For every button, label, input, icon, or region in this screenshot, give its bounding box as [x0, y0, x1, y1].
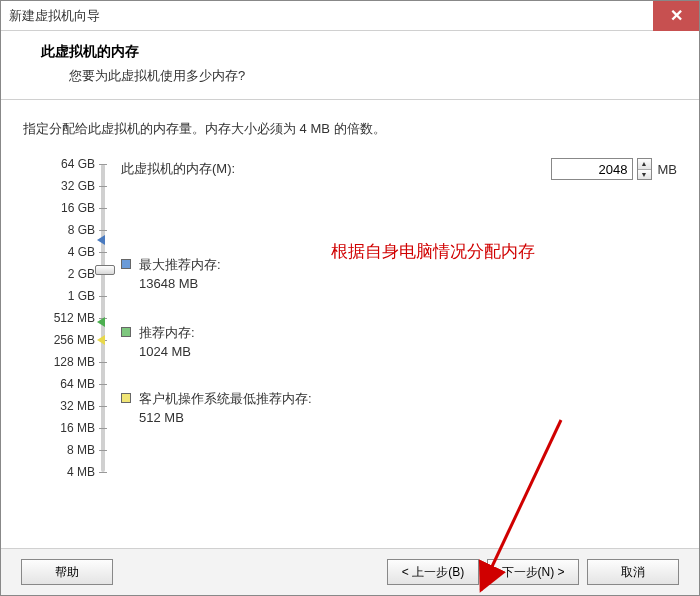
wizard-header: 此虚拟机的内存 您要为此虚拟机使用多少内存? — [1, 31, 699, 100]
memory-input-row: 此虚拟机的内存(M): ▲ ▼ MB — [121, 158, 677, 180]
content-area: 指定分配给此虚拟机的内存量。内存大小必须为 4 MB 的倍数。 64 GB32 … — [1, 100, 699, 548]
slider-tick — [99, 428, 107, 429]
spinner-down[interactable]: ▼ — [638, 170, 651, 180]
scale-label: 1 GB — [68, 289, 95, 303]
min-marker-pointer — [97, 332, 105, 345]
close-button[interactable]: ✕ — [653, 1, 699, 31]
scale-label: 64 GB — [61, 157, 95, 171]
back-button[interactable]: < 上一步(B) — [387, 559, 479, 585]
min-memory-label: 客户机操作系统最低推荐内存: — [139, 390, 312, 408]
rec-memory-label: 推荐内存: — [139, 324, 195, 342]
slider-tick — [99, 208, 107, 209]
memory-area: 64 GB32 GB16 GB8 GB4 GB2 GB1 GB512 MB256… — [23, 158, 677, 478]
page-subtitle: 您要为此虚拟机使用多少内存? — [41, 67, 675, 85]
slider-tick — [99, 186, 107, 187]
scale-label: 4 MB — [67, 465, 95, 479]
slider-tick — [99, 296, 107, 297]
max-marker-pointer — [97, 232, 105, 245]
annotation-text: 根据自身电脑情况分配内存 — [331, 240, 683, 263]
memory-input[interactable] — [551, 158, 633, 180]
spinner-up[interactable]: ▲ — [638, 159, 651, 170]
scale-label: 512 MB — [54, 311, 95, 325]
slider-tick — [99, 384, 107, 385]
page-title: 此虚拟机的内存 — [41, 43, 675, 61]
square-green-icon — [121, 327, 131, 337]
max-memory-marker: 最大推荐内存: 13648 MB — [121, 256, 221, 291]
slider-tick — [99, 406, 107, 407]
scale-label: 16 MB — [60, 421, 95, 435]
scale-label: 16 GB — [61, 201, 95, 215]
instruction-text: 指定分配给此虚拟机的内存量。内存大小必须为 4 MB 的倍数。 — [23, 120, 677, 138]
triangle-yellow-icon — [97, 335, 105, 345]
scale-label: 32 MB — [60, 399, 95, 413]
scale-label: 256 MB — [54, 333, 95, 347]
memory-spinner: ▲ ▼ — [637, 158, 652, 180]
square-yellow-icon — [121, 393, 131, 403]
scale-label: 8 MB — [67, 443, 95, 457]
min-memory-value: 512 MB — [139, 410, 312, 425]
scale-label: 32 GB — [61, 179, 95, 193]
wizard-window: 新建虚拟机向导 ✕ 此虚拟机的内存 您要为此虚拟机使用多少内存? 指定分配给此虚… — [0, 0, 700, 596]
slider-tick — [99, 164, 107, 165]
next-button[interactable]: 下一步(N) > — [487, 559, 579, 585]
close-icon: ✕ — [670, 6, 683, 25]
rec-memory-value: 1024 MB — [139, 344, 195, 359]
slider-tick — [99, 450, 107, 451]
memory-input-group: ▲ ▼ MB — [551, 158, 678, 180]
nav-button-group: < 上一步(B) 下一步(N) > 取消 — [387, 559, 679, 585]
window-title: 新建虚拟机向导 — [9, 7, 100, 25]
memory-unit: MB — [658, 162, 678, 177]
scale-label: 128 MB — [54, 355, 95, 369]
memory-details: 此虚拟机的内存(M): ▲ ▼ MB — [121, 158, 677, 478]
scale-label: 4 GB — [68, 245, 95, 259]
memory-label: 此虚拟机的内存(M): — [121, 160, 235, 178]
max-memory-value: 13648 MB — [139, 276, 221, 291]
rec-marker-pointer — [97, 314, 105, 327]
slider-tick — [99, 230, 107, 231]
slider-tick — [99, 252, 107, 253]
slider-tick — [99, 362, 107, 363]
scale-label: 64 MB — [60, 377, 95, 391]
cancel-button[interactable]: 取消 — [587, 559, 679, 585]
scale-label: 8 GB — [68, 223, 95, 237]
max-memory-label: 最大推荐内存: — [139, 256, 221, 274]
titlebar: 新建虚拟机向导 ✕ — [1, 1, 699, 31]
scale-label: 2 GB — [68, 267, 95, 281]
triangle-blue-icon — [97, 235, 105, 245]
square-blue-icon — [121, 259, 131, 269]
slider-thumb[interactable] — [95, 265, 115, 275]
wizard-footer: 帮助 < 上一步(B) 下一步(N) > 取消 — [1, 548, 699, 595]
help-button[interactable]: 帮助 — [21, 559, 113, 585]
rec-memory-marker: 推荐内存: 1024 MB — [121, 324, 195, 359]
triangle-green-icon — [97, 317, 105, 327]
slider-tick — [99, 472, 107, 473]
min-memory-marker: 客户机操作系统最低推荐内存: 512 MB — [121, 390, 312, 425]
